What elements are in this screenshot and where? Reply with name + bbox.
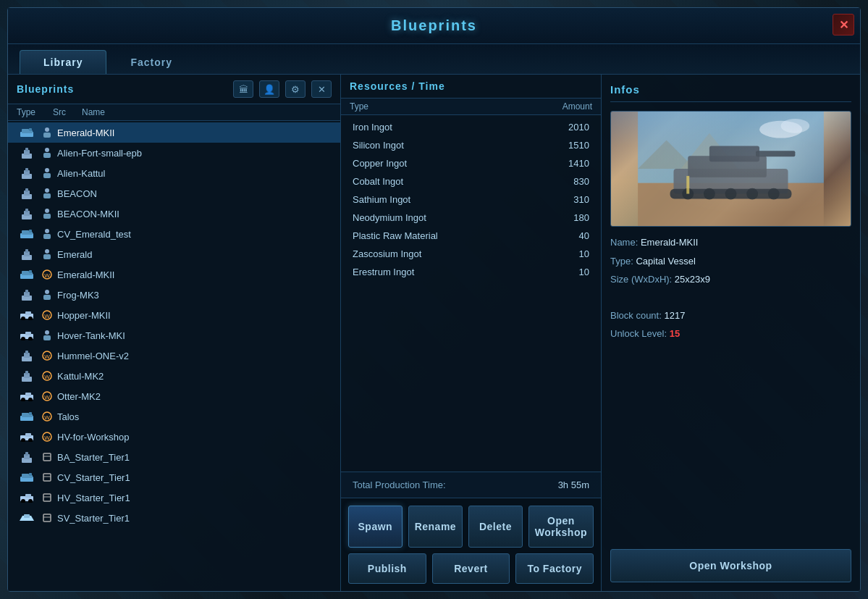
resource-amount: 2010 — [539, 122, 589, 133]
tab-library[interactable]: Library — [20, 50, 106, 74]
type-label: Type: — [610, 256, 633, 267]
svg-rect-59 — [43, 335, 51, 340]
blueprint-list-item[interactable]: BEACON-MKII — [8, 204, 340, 224]
blueprint-list-item[interactable]: Alien-Kattul — [8, 163, 340, 183]
filter-btn-2[interactable]: 👤 — [259, 80, 279, 98]
blueprint-list-item[interactable]: Hover-Tank-MKI — [8, 325, 340, 345]
bp-src-icon: W — [37, 371, 57, 381]
bp-src-icon: W — [37, 391, 57, 401]
svg-rect-47 — [43, 295, 51, 300]
blueprint-list-item[interactable]: Frog-MK3 — [8, 285, 340, 305]
bp-type-icon — [17, 471, 37, 484]
svg-rect-116 — [688, 156, 767, 177]
svg-rect-36 — [43, 254, 51, 259]
bp-src-icon: W — [37, 351, 57, 361]
svg-marker-113 — [638, 141, 695, 169]
mid-panel: Resources / Time Type Amount Iron Ingot2… — [341, 75, 602, 591]
svg-rect-79 — [29, 412, 32, 415]
main-window: Blueprints ✕ Library Factory Blueprints … — [7, 7, 861, 592]
svg-rect-110 — [638, 183, 824, 226]
publish-button[interactable]: Publish — [348, 553, 426, 584]
bp-src-icon — [37, 513, 57, 523]
svg-point-46 — [45, 290, 49, 294]
blueprint-list-item[interactable]: BA_Starter_Tier1 — [8, 447, 340, 467]
resources-title: Resources / Time — [350, 80, 592, 92]
blueprint-list-item[interactable]: Emerald — [8, 244, 340, 264]
svg-rect-45 — [25, 290, 28, 293]
bp-src-icon — [37, 228, 57, 240]
svg-rect-94 — [22, 474, 29, 478]
filter-btn-3[interactable]: ⚙ — [285, 80, 306, 98]
blueprint-list-item[interactable]: Emerald-MKII — [8, 122, 340, 143]
svg-rect-31 — [43, 234, 51, 239]
svg-rect-8 — [25, 148, 28, 151]
info-unlock-row: Unlock Level: 15 — [610, 327, 851, 341]
bp-item-name: Hummel-ONE-v2 — [57, 351, 332, 361]
resource-name: Erestrum Ingot — [353, 267, 539, 277]
blueprint-list-item[interactable]: CV_Starter_Tier1 — [8, 467, 340, 487]
bp-src-icon — [37, 472, 57, 482]
bp-src-icon — [37, 330, 57, 341]
blueprint-list-item[interactable]: Alien-Fort-small-epb — [8, 143, 340, 163]
close-button[interactable]: ✕ — [833, 14, 854, 35]
open-workshop-button-mid[interactable]: Open Workshop — [528, 506, 594, 548]
svg-text:W: W — [44, 272, 50, 279]
to-factory-button[interactable]: To Factory — [515, 553, 594, 584]
resource-amount: 40 — [539, 230, 589, 241]
title-bar: Blueprints ✕ — [8, 8, 860, 44]
blueprint-list-item[interactable]: BEACON — [8, 183, 340, 204]
bp-src-icon — [37, 208, 57, 219]
svg-text:W: W — [44, 374, 50, 380]
bp-src-icon — [37, 147, 57, 159]
spawn-button[interactable]: Spawn — [348, 506, 403, 548]
svg-rect-73 — [25, 393, 31, 396]
resource-item: Plastic Raw Material40 — [341, 227, 601, 245]
bp-type-icon — [17, 493, 37, 503]
blueprint-list-item[interactable]: WEmerald-MKII — [8, 264, 340, 285]
svg-text:W: W — [44, 353, 50, 360]
svg-point-24 — [45, 209, 49, 213]
blueprint-list-item[interactable]: HV_Starter_Tier1 — [8, 487, 340, 508]
resource-item: Copper Ingot1410 — [341, 154, 601, 172]
preview-image — [610, 111, 851, 227]
block-count-value: 1217 — [664, 310, 685, 321]
resource-item: Zascosium Ingot10 — [341, 245, 601, 263]
bp-item-name: CV_Emerald_test — [57, 229, 332, 240]
col-name-header: Name — [82, 107, 332, 117]
svg-rect-29 — [29, 230, 32, 233]
bp-type-icon — [17, 432, 37, 442]
bp-src-icon — [37, 188, 57, 199]
filter-btn-4[interactable]: ✕ — [311, 80, 332, 98]
bp-item-name: CV_Starter_Tier1 — [57, 472, 332, 483]
bp-item-name: SV_Starter_Tier1 — [57, 513, 332, 524]
blueprint-list-item[interactable]: WOtter-MK2 — [8, 386, 340, 406]
blueprint-list-item[interactable]: WTalos — [8, 406, 340, 427]
blueprint-list-item[interactable]: WHV-for-Workshop — [8, 427, 340, 447]
blueprint-list-item[interactable]: WKattul-MK2 — [8, 366, 340, 386]
filter-btn-1[interactable]: 🏛 — [233, 80, 253, 98]
tab-factory[interactable]: Factory — [106, 50, 196, 74]
bp-type-icon — [17, 310, 37, 320]
blueprint-list-item[interactable]: SV_Starter_Tier1 — [8, 508, 340, 528]
blueprint-list-item[interactable]: WHummel-ONE-v2 — [8, 345, 340, 366]
open-workshop-button[interactable]: Open Workshop — [610, 549, 851, 582]
svg-text:W: W — [44, 414, 50, 421]
info-section: Name: Emerald-MKII Type: Capital Vessel … — [610, 235, 851, 341]
bp-type-icon — [17, 167, 37, 180]
resource-amount: 1510 — [539, 140, 589, 151]
revert-button[interactable]: Revert — [432, 553, 510, 584]
resource-name: Neodymium Ingot — [353, 212, 539, 223]
production-time: Total Production Time: 3h 55m — [341, 472, 601, 498]
svg-point-30 — [45, 229, 49, 233]
delete-button[interactable]: Delete — [468, 506, 523, 548]
rename-button[interactable]: Rename — [408, 506, 463, 548]
svg-rect-10 — [43, 153, 51, 158]
bp-item-name: Kattul-MK2 — [57, 371, 332, 382]
svg-rect-85 — [25, 433, 31, 437]
svg-rect-91 — [43, 453, 51, 461]
blueprint-list-item[interactable]: WHopper-MKII — [8, 305, 340, 325]
bp-type-icon — [17, 349, 37, 362]
bp-src-icon — [37, 167, 57, 179]
resource-name: Zascosium Ingot — [353, 248, 539, 259]
blueprint-list-item[interactable]: CV_Emerald_test — [8, 224, 340, 244]
